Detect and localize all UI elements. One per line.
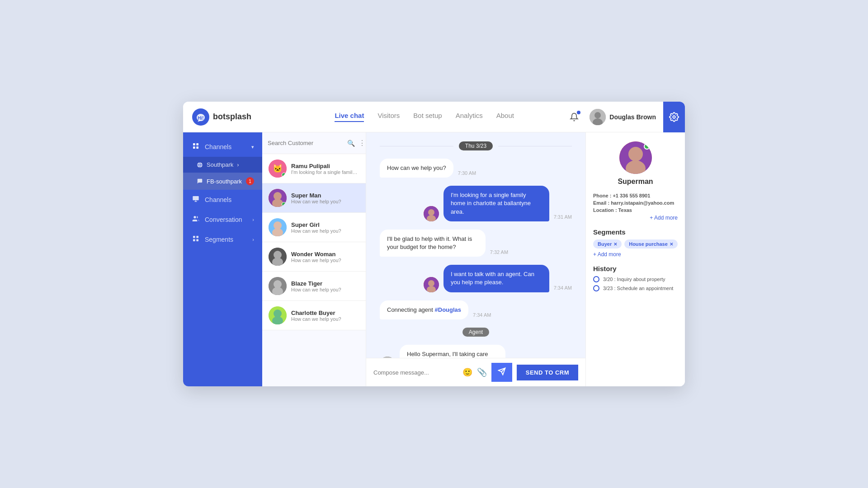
contact-details: Phone : +1 336 555 8901 Email : harry.is… xyxy=(593,193,678,221)
send-to-crm-button[interactable]: SEND TO CRM xyxy=(517,365,578,380)
segment-tag-house-purchase: House purchase ✕ xyxy=(624,239,678,249)
channels-2-icon xyxy=(191,195,200,204)
nav-tabs: Live chat Visitors Bot setup Analytics A… xyxy=(283,112,566,122)
sidebar: Channels ▾ Southpark › FB-southpark 1 xyxy=(183,132,262,386)
msg-time-1: 7:30 AM xyxy=(458,170,476,176)
chat-messages: Thu 3/23 How can we help you? 7:30 AM 7:… xyxy=(366,132,585,358)
segment-tag-buyer: Buyer ✕ xyxy=(593,239,622,249)
svg-text:🐱: 🐱 xyxy=(273,164,283,174)
msg-time-3: 7:32 AM xyxy=(490,249,508,255)
notification-dot xyxy=(577,111,580,114)
chat-item-superman[interactable]: Super Man How can we help you? xyxy=(262,183,366,213)
chat-name-blaze: Blaze Tiger xyxy=(291,280,359,287)
tab-visitors[interactable]: Visitors xyxy=(377,112,400,122)
user-name: Douglas Brown xyxy=(609,113,656,121)
app-container: Hi! botsplash Live chat Visitors Bot set… xyxy=(183,102,685,386)
search-input[interactable] xyxy=(268,140,344,146)
chat-info-wonder: Wonder Woman How can we help you? xyxy=(291,251,359,263)
emoji-icon[interactable]: 🙂 xyxy=(462,367,472,377)
segment-tag-house-purchase-remove[interactable]: ✕ xyxy=(670,242,673,247)
sidebar-item-southpark[interactable]: Southpark › xyxy=(183,157,262,173)
message-bubble-3: I'll be glad to help with it. What is yo… xyxy=(380,230,486,257)
sidebar-item-channels-2[interactable]: Channels xyxy=(183,190,262,210)
add-more-contact-link[interactable]: + Add more xyxy=(593,215,678,221)
logo-icon: Hi! xyxy=(192,108,209,126)
chevron-right-icon-3: › xyxy=(252,237,254,242)
chat-list-items: 🐱 Ramu Pulipali I'm looking for a single… xyxy=(262,154,366,386)
segments-title: Segments xyxy=(593,228,678,236)
sidebar-item-conversation[interactable]: Conversation › xyxy=(183,210,262,230)
header: Hi! botsplash Live chat Visitors Bot set… xyxy=(183,102,685,132)
tab-botsetup[interactable]: Bot setup xyxy=(413,112,442,122)
chat-item-ramu[interactable]: 🐱 Ramu Pulipali I'm looking for a single… xyxy=(262,154,366,183)
message-row-2: 7:31 AM I'm looking for a single family … xyxy=(380,186,572,221)
contact-name: Superman xyxy=(618,178,653,186)
segment-tags: Buyer ✕ House purchase ✕ xyxy=(593,239,678,249)
attachment-icon[interactable]: 📎 xyxy=(477,367,487,377)
logo-text: botsplash xyxy=(213,112,251,122)
svg-point-6 xyxy=(673,116,675,118)
svg-rect-18 xyxy=(196,236,198,238)
chat-preview-charlotte: How can we help you? xyxy=(291,316,359,322)
user-info[interactable]: Douglas Brown xyxy=(590,109,656,125)
chat-item-blaze[interactable]: Blaze Tiger How can we help you? xyxy=(262,272,366,301)
chat-name-charlotte: Charlotte Buyer xyxy=(291,310,359,316)
svg-rect-17 xyxy=(193,236,195,238)
contact-email-row: Email : harry.istapain@yahoo.com xyxy=(593,200,678,206)
history-area: History 3/20 : Inquiry about property 3/… xyxy=(593,265,678,294)
chat-name-supergirl: Super Girl xyxy=(291,221,359,228)
chat-info-ramu: Ramu Pulipali I'm looking for a single f… xyxy=(291,163,359,175)
settings-button[interactable] xyxy=(663,102,685,132)
system-message-row: Connecting agent #Douglas 7:34 AM xyxy=(380,300,572,319)
svg-rect-9 xyxy=(193,146,195,149)
email-label: Email : xyxy=(593,200,611,206)
chevron-down-icon: ▾ xyxy=(251,144,254,150)
sidebar-sub: Southpark › FB-southpark 1 xyxy=(183,157,262,190)
tab-analytics[interactable]: Analytics xyxy=(456,112,483,122)
sidebar-item-fb-southpark[interactable]: FB-southpark 1 xyxy=(183,173,262,190)
search-icon[interactable]: 🔍 xyxy=(347,140,355,147)
compose-input[interactable] xyxy=(373,369,458,376)
svg-point-50 xyxy=(628,147,643,161)
avatar-wonder xyxy=(269,248,287,266)
svg-rect-8 xyxy=(196,143,198,145)
message-row-3: I'll be glad to help with it. What is yo… xyxy=(380,230,572,257)
sidebar-channels-2-label: Channels xyxy=(205,196,231,203)
more-options-icon[interactable]: ⋮ xyxy=(359,139,366,147)
svg-rect-19 xyxy=(193,239,195,241)
notification-bell[interactable] xyxy=(566,109,582,125)
segments-area: Segments Buyer ✕ House purchase ✕ + Add … xyxy=(593,228,678,258)
compose-area: 🙂 📎 SEND TO CRM xyxy=(366,358,585,386)
sidebar-item-segments[interactable]: Segments › xyxy=(183,230,262,249)
contact-location-row: Location : Texas xyxy=(593,207,678,213)
online-indicator-ramu xyxy=(282,173,286,177)
add-more-segment-link[interactable]: + Add more xyxy=(593,251,678,258)
header-right: Douglas Brown xyxy=(566,102,676,132)
segment-tag-buyer-label: Buyer xyxy=(598,241,612,247)
chat-item-wonder[interactable]: Wonder Woman How can we help you? xyxy=(262,242,366,272)
chat-info-superman: Super Man How can we help you? xyxy=(291,192,359,204)
svg-rect-10 xyxy=(196,146,198,149)
sidebar-item-channels-main[interactable]: Channels ▾ xyxy=(183,137,262,157)
send-button[interactable] xyxy=(491,363,512,382)
chat-name-ramu: Ramu Pulipali xyxy=(291,163,359,169)
segment-tag-buyer-remove[interactable]: ✕ xyxy=(613,242,617,247)
system-message-bubble: Connecting agent #Douglas xyxy=(380,300,468,319)
tab-about[interactable]: About xyxy=(496,112,514,122)
user-avatar xyxy=(590,109,606,125)
chat-info-supergirl: Super Girl How can we help you? xyxy=(291,221,359,234)
contact-phone-row: Phone : +1 336 555 8901 xyxy=(593,193,678,198)
system-msg-time: 7:34 AM xyxy=(473,312,491,318)
avatar-msg-superman xyxy=(424,206,439,221)
sidebar-label-channels: Channels xyxy=(205,143,231,150)
compose-icons: 🙂 📎 xyxy=(462,367,487,377)
app-body: Channels ▾ Southpark › FB-southpark 1 xyxy=(183,132,685,386)
history-item-1: 3/20 : Inquiry about property xyxy=(593,276,678,282)
chat-item-supergirl[interactable]: Super Girl How can we help you? xyxy=(262,213,366,242)
chat-item-charlotte[interactable]: Charlotte Buyer How can we help you? xyxy=(262,301,366,330)
contact-email: harry.istapain@yahoo.com xyxy=(611,200,674,206)
chat-info-blaze: Blaze Tiger How can we help you? xyxy=(291,280,359,292)
tab-livechat[interactable]: Live chat xyxy=(335,112,364,122)
conversation-label: Conversation xyxy=(205,216,242,223)
msg-time-4: 7:34 AM xyxy=(554,285,572,291)
